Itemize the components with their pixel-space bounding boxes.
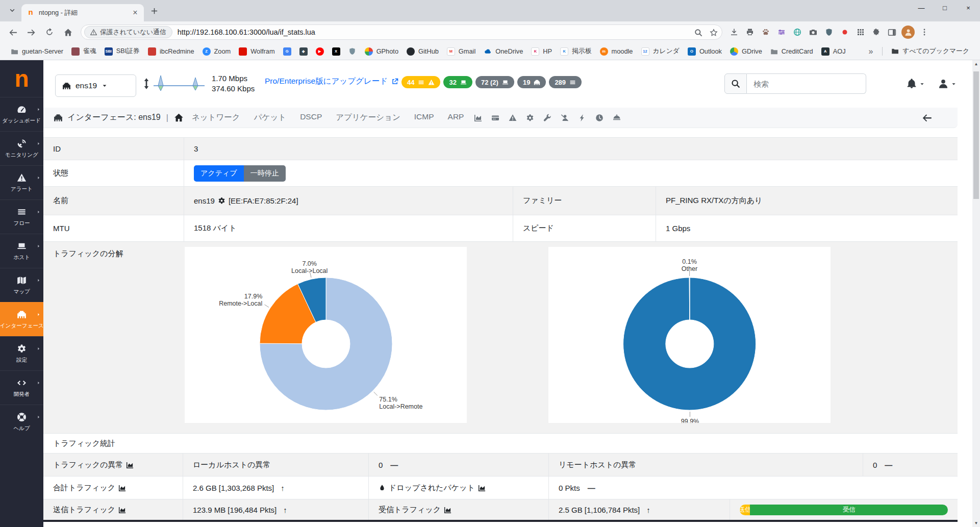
nav-icon-warning[interactable]	[509, 113, 517, 122]
bookmark-item[interactable]: 雀魂	[68, 45, 100, 58]
nav-icon-bolt[interactable]	[578, 113, 586, 122]
maximize-button[interactable]: □	[933, 0, 957, 15]
bookmark-label: Gmail	[459, 47, 475, 55]
extension-grid-icon[interactable]	[853, 25, 868, 40]
user-menu-button[interactable]	[938, 79, 957, 89]
extension-sliders-icon[interactable]	[774, 25, 789, 40]
bookmark-item[interactable]: GDrive	[726, 45, 766, 58]
extension-record-dot-icon[interactable]	[837, 25, 852, 40]
sidebar-item-dashboard[interactable]: ダッシュボード	[0, 97, 43, 131]
nav-icon-gear[interactable]	[526, 113, 534, 122]
notifications-button[interactable]	[907, 79, 925, 89]
status-badge[interactable]: 19	[517, 76, 546, 88]
extensions-puzzle-icon[interactable]	[869, 25, 884, 40]
browser-tab[interactable]: n ntopng - 詳細 ×	[21, 4, 144, 21]
bookmark-item[interactable]: MGmail	[443, 45, 479, 58]
browser-menu-icon[interactable]	[917, 25, 932, 40]
all-bookmarks-button[interactable]: すべてのブックマーク	[888, 45, 973, 58]
scroll-down-arrow[interactable]: ▼	[972, 519, 980, 527]
search-input[interactable]	[747, 73, 866, 94]
bookmark-item[interactable]: GitHub	[403, 45, 442, 58]
extension-download-icon[interactable]	[726, 25, 741, 40]
sidebar-item-help[interactable]: ヘルプ	[0, 405, 43, 439]
ntopng-logo[interactable]: n	[0, 60, 43, 97]
state-pause-button[interactable]: 一時停止	[244, 165, 286, 182]
interface-selector[interactable]: ens19	[55, 74, 136, 97]
bookmark-item[interactable]: KHP	[527, 45, 556, 58]
sidebar-item-flows[interactable]: フロー	[0, 199, 43, 234]
nav-item[interactable]: アプリケーション	[336, 112, 400, 123]
sidebar-item-interfaces[interactable]: インターフェース	[0, 302, 43, 336]
nav-item[interactable]: ネットワーク	[192, 112, 240, 123]
minimize-button[interactable]: —	[910, 0, 933, 15]
page-scrollbar[interactable]: ▲ ▼	[972, 60, 980, 527]
back-button[interactable]	[4, 23, 21, 41]
status-badge[interactable]: 44	[401, 76, 440, 88]
scroll-up-arrow[interactable]: ▲	[972, 60, 980, 68]
nav-icon-card[interactable]	[491, 113, 499, 122]
state-active-button[interactable]: アクティブ	[194, 165, 244, 182]
profile-avatar[interactable]	[901, 26, 915, 39]
status-badge[interactable]: 289	[549, 76, 582, 88]
bookmark-star-icon[interactable]	[710, 28, 718, 37]
bookmark-item[interactable]: ▶	[312, 45, 328, 58]
reload-icon	[45, 28, 54, 36]
bookmark-item[interactable]: Wolfram	[235, 45, 278, 58]
sidebar-item-monitoring[interactable]: モニタリング	[0, 131, 43, 165]
bookmark-item[interactable]: OOutlook	[684, 45, 725, 58]
nav-icon-clock[interactable]	[595, 113, 604, 122]
bookmarks-overflow-button[interactable]: »	[864, 47, 877, 56]
extension-camera-icon[interactable]	[806, 25, 820, 40]
address-bar[interactable]: 保護されていない通信 http://192.168.100.61:3000/lu…	[81, 24, 722, 40]
extension-paw-icon[interactable]	[758, 25, 773, 40]
extension-globe-icon[interactable]	[790, 25, 805, 40]
zoom-icon[interactable]	[694, 28, 702, 37]
tab-search-button[interactable]	[5, 4, 19, 18]
security-chip[interactable]: 保護されていない通信	[84, 26, 172, 38]
sidebar-item-settings[interactable]: 設定	[0, 336, 43, 370]
nav-item[interactable]: パケット	[254, 112, 286, 123]
tab-close-icon[interactable]: ×	[131, 8, 140, 17]
sidebar-item-maps[interactable]: マップ	[0, 268, 43, 302]
bookmark-item[interactable]: mmoodle	[596, 45, 637, 58]
bookmark-item[interactable]: ◆	[296, 45, 311, 58]
nav-item[interactable]: ICMP	[414, 112, 434, 123]
back-arrow-icon[interactable]	[922, 113, 932, 123]
nav-icon-area-chart[interactable]	[474, 113, 482, 122]
bookmark-item[interactable]: CreditCard	[767, 45, 817, 58]
bookmark-item[interactable]: guetan-Server	[7, 45, 67, 58]
sidebar-item-alerts[interactable]: アラート	[0, 165, 43, 199]
sidebar-item-developer[interactable]: 開発者	[0, 370, 43, 405]
bookmark-item[interactable]: ZZoom	[199, 45, 235, 58]
side-panel-icon[interactable]	[885, 25, 899, 40]
nav-icon-user-slash[interactable]	[561, 113, 569, 122]
nav-item[interactable]: ARP	[448, 112, 464, 123]
home-button[interactable]	[59, 23, 77, 41]
nav-icon-wrench[interactable]	[543, 113, 551, 122]
bookmark-item[interactable]: X	[329, 45, 344, 58]
bookmark-item[interactable]: GPhoto	[361, 45, 402, 58]
new-tab-button[interactable]	[147, 4, 161, 18]
bookmark-item[interactable]: SBISBI証券	[101, 45, 143, 58]
bookmark-item[interactable]: K掲示板	[557, 45, 595, 58]
bookmark-item[interactable]: AAOJ	[818, 45, 849, 58]
reload-button[interactable]	[41, 23, 58, 41]
status-badge[interactable]: 32	[443, 76, 472, 88]
bookmark-item[interactable]: 12カレンダ	[638, 45, 683, 58]
nav-icon-dome[interactable]	[613, 113, 621, 122]
forward-button[interactable]	[22, 23, 40, 41]
bookmark-item[interactable]: OneDrive	[480, 45, 526, 58]
bookmark-item[interactable]: G	[280, 45, 295, 58]
nav-item[interactable]: DSCP	[300, 112, 322, 123]
close-button[interactable]: ×	[957, 0, 980, 15]
upgrade-link[interactable]: Pro/Enterprise版にアップグレード	[265, 76, 399, 87]
extension-printer-icon[interactable]	[742, 25, 757, 40]
tab-home[interactable]	[174, 113, 184, 122]
id-value: 3	[184, 138, 958, 160]
sidebar-item-hosts[interactable]: ホスト	[0, 234, 43, 268]
scrollbar-thumb[interactable]	[973, 71, 979, 199]
bookmark-item[interactable]: ibcRedmine	[144, 45, 198, 58]
bookmark-item[interactable]	[345, 45, 360, 58]
status-badge[interactable]: 72 (2)	[475, 76, 514, 88]
extension-shield-icon[interactable]	[821, 25, 836, 40]
